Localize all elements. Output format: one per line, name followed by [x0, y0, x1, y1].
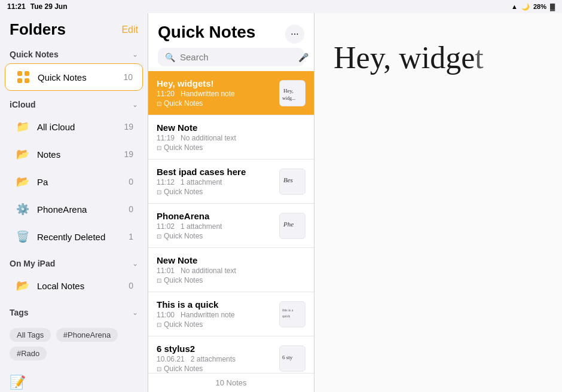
- recently-deleted-count: 1: [129, 232, 133, 241]
- notes-count: 19: [124, 149, 133, 159]
- trash-icon: 🗑️: [14, 228, 31, 245]
- wifi-icon: ▲: [511, 3, 518, 10]
- note-meta: 11:01 No additional text: [157, 267, 306, 275]
- local-folder-icon: 📂: [14, 277, 31, 294]
- note-item-this-is-quick[interactable]: This is a quick 11:00 Handwritten note ⊡…: [148, 292, 314, 336]
- note-meta: 11:19 No additional text: [157, 134, 306, 142]
- phonearena-count: 0: [129, 204, 133, 214]
- note-content-6-stylus2: 6 stylus2 10.06.21 2 attachments ⊡ Quick…: [157, 344, 273, 373]
- sidebar-item-phonearena[interactable]: ⚙️ PhoneArena 0: [5, 196, 143, 222]
- svg-text:Phe: Phe: [283, 220, 294, 228]
- rado-tag-chip[interactable]: #Rado: [10, 347, 47, 360]
- quick-notes-section-header: Quick Notes ⌄: [0, 41, 148, 63]
- note-content-this-is-quick: This is a quick 11:00 Handwritten note ⊡…: [157, 299, 273, 329]
- pa-count: 0: [129, 177, 133, 186]
- on-my-ipad-chevron-icon: ⌄: [132, 259, 138, 268]
- gear-icon: ⚙️: [14, 201, 31, 218]
- search-input[interactable]: [180, 52, 294, 62]
- folder-small-icon: ⊡: [157, 321, 161, 328]
- note-title: PhoneArena: [157, 211, 273, 221]
- phonearena-tag-chip[interactable]: #PhoneArena: [56, 328, 118, 342]
- note-folder: Quick Notes: [164, 320, 203, 329]
- moon-icon: 🌙: [521, 3, 530, 11]
- icloud-chevron-icon: ⌄: [132, 100, 138, 109]
- mic-icon[interactable]: 🎤: [298, 53, 309, 62]
- sidebar: Folders Edit Quick Notes ⌄ Quick Notes 1…: [0, 13, 148, 392]
- note-meta: 10.06.21 2 attachments: [157, 355, 273, 363]
- recently-deleted-label: Recently Deleted: [37, 232, 129, 242]
- folder-icon: 📁: [14, 118, 31, 135]
- note-folder-row: ⊡ Quick Notes: [157, 276, 306, 284]
- svg-text:6 sty: 6 sty: [282, 354, 293, 360]
- note-folder-row: ⊡ Quick Notes: [157, 320, 273, 329]
- compose-icon[interactable]: 📝: [10, 375, 26, 390]
- search-bar[interactable]: 🔍 🎤: [158, 48, 304, 66]
- note-content-hey-widgets: Hey, widgets! 11:20 Handwritten note ⊡ Q…: [157, 78, 273, 108]
- sidebar-item-all-icloud[interactable]: 📁 All iCloud 19: [5, 114, 143, 140]
- folder-orange-icon: 📂: [14, 146, 31, 163]
- note-folder: Quick Notes: [164, 232, 203, 240]
- tags-container: All Tags #PhoneArena #Rado: [0, 321, 148, 368]
- note-folder-row: ⊡ Quick Notes: [157, 232, 273, 240]
- notes-list-title: Quick Notes: [158, 23, 255, 42]
- note-title: Hey, widgets!: [157, 78, 273, 88]
- all-tags-chip[interactable]: All Tags: [10, 328, 51, 342]
- note-thumb-this: this is a quick: [279, 301, 306, 327]
- svg-rect-1: [25, 71, 29, 76]
- folder-small-icon: ⊡: [157, 233, 161, 240]
- tags-chevron-icon: ⌄: [132, 308, 138, 317]
- note-folder-row: ⊡ Quick Notes: [157, 365, 273, 373]
- note-folder-row: ⊡ Quick Notes: [157, 143, 306, 152]
- note-title: New Note: [157, 255, 306, 265]
- tags-title: Tags: [10, 308, 29, 317]
- sidebar-item-notes[interactable]: 📂 Notes 19: [5, 141, 143, 167]
- status-left: 11:21 Tue 29 Jun: [7, 2, 68, 11]
- date: Tue 29 Jun: [30, 2, 68, 11]
- note-folder: Quick Notes: [164, 365, 203, 373]
- on-my-ipad-title: On My iPad: [10, 259, 55, 268]
- note-title: Best ipad cases here: [157, 167, 273, 177]
- sidebar-item-local-notes[interactable]: 📂 Local Notes 0: [5, 272, 143, 299]
- more-icon: ···: [291, 29, 298, 39]
- note-meta: 11:20 Handwritten note: [157, 90, 273, 98]
- note-item-best-ipad[interactable]: Best ipad cases here 11:12 1 attachment …: [148, 160, 314, 204]
- note-item-new-note-1101[interactable]: New Note 11:01 No additional text ⊡ Quic…: [148, 248, 314, 292]
- notes-scroll: Hey, widgets! 11:20 Handwritten note ⊡ Q…: [148, 71, 314, 373]
- notes-count-footer: 10 Notes: [215, 378, 246, 387]
- note-item-hey-widgets[interactable]: Hey, widgets! 11:20 Handwritten note ⊡ Q…: [148, 71, 314, 115]
- sidebar-bottom: 📝: [0, 368, 148, 392]
- sidebar-item-recently-deleted[interactable]: 🗑️ Recently Deleted 1: [5, 223, 143, 250]
- note-folder: Quick Notes: [164, 143, 203, 152]
- note-title: This is a quick: [157, 299, 273, 310]
- note-folder: Quick Notes: [164, 188, 203, 196]
- sidebar-item-quick-notes[interactable]: Quick Notes 10: [5, 63, 143, 91]
- svg-rect-2: [17, 78, 22, 83]
- edit-button[interactable]: Edit: [121, 24, 138, 35]
- app-container: Folders Edit Quick Notes ⌄ Quick Notes 1…: [0, 13, 562, 392]
- note-meta: 11:00 Handwritten note: [157, 311, 273, 319]
- sidebar-item-pa[interactable]: 📂 Pa 0: [5, 169, 143, 195]
- note-folder: Quick Notes: [164, 276, 203, 284]
- note-item-phonearena[interactable]: PhoneArena 11:02 1 attachment ⊡ Quick No…: [148, 204, 314, 248]
- tags-section-header: Tags ⌄: [0, 299, 148, 321]
- quick-notes-count: 10: [123, 72, 133, 82]
- more-button[interactable]: ···: [285, 24, 304, 44]
- note-detail: Hey, widget: [314, 13, 562, 392]
- status-bar: 11:21 Tue 29 Jun ▲ 🌙 28% ▓: [0, 0, 562, 13]
- quick-notes-section-title: Quick Notes: [10, 50, 59, 59]
- folder-small-icon: ⊡: [157, 189, 161, 195]
- svg-rect-0: [17, 71, 22, 76]
- search-icon: 🔍: [165, 53, 175, 62]
- pa-label: Pa: [37, 177, 129, 187]
- note-title: 6 stylus2: [157, 344, 273, 354]
- note-meta: 11:12 1 attachment: [157, 178, 273, 186]
- notes-label: Notes: [37, 149, 124, 160]
- note-item-new-note-1119[interactable]: New Note 11:19 No additional text ⊡ Quic…: [148, 115, 314, 160]
- on-my-ipad-section-header: On My iPad ⌄: [0, 250, 148, 272]
- folder-small-icon: ⊡: [157, 145, 161, 151]
- phonearena-label: PhoneArena: [37, 204, 129, 215]
- note-item-6-stylus2[interactable]: 6 stylus2 10.06.21 2 attachments ⊡ Quick…: [148, 336, 314, 373]
- note-content-new-note-1101: New Note 11:01 No additional text ⊡ Quic…: [157, 255, 306, 284]
- icloud-section-header: iCloud ⌄: [0, 91, 148, 113]
- note-thumb-phonearena: Phe: [279, 213, 306, 239]
